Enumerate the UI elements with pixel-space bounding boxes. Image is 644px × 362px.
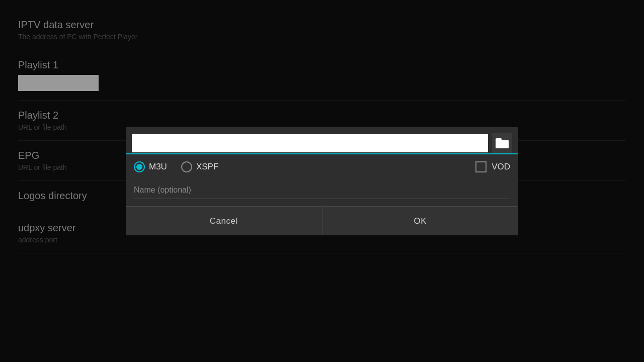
m3u-label: M3U	[149, 162, 167, 172]
xspf-label: XSPF	[196, 162, 218, 172]
vod-checkbox[interactable]	[475, 161, 487, 172]
vod-label-text: VOD	[492, 162, 510, 172]
dialog-url-row	[126, 127, 518, 154]
xspf-radio[interactable]	[181, 161, 192, 172]
dialog-url-input[interactable]	[132, 134, 488, 152]
dialog-options-row: M3U XSPF VOD	[126, 154, 518, 179]
ok-button[interactable]: OK	[323, 207, 519, 235]
vod-checkbox-label[interactable]: VOD	[475, 161, 510, 172]
folder-icon	[496, 138, 509, 148]
cancel-button[interactable]: Cancel	[126, 207, 322, 235]
dialog-name-input[interactable]	[134, 182, 510, 199]
dialog-name-row	[126, 179, 518, 207]
xspf-radio-label[interactable]: XSPF	[181, 161, 218, 172]
dialog-overlay: M3U XSPF VOD Cancel OK	[0, 0, 644, 362]
dialog-folder-button[interactable]	[492, 133, 512, 153]
playlist-dialog: M3U XSPF VOD Cancel OK	[126, 127, 518, 235]
m3u-radio[interactable]	[134, 161, 145, 172]
dialog-buttons: Cancel OK	[126, 207, 518, 235]
m3u-radio-label[interactable]: M3U	[134, 161, 167, 172]
